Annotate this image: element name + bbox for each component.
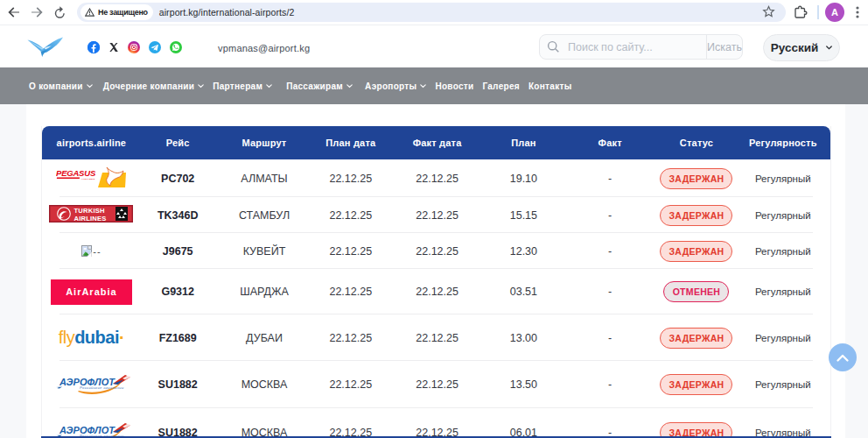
svg-text:AIRLINES: AIRLINES <box>74 214 107 222</box>
svg-text:PEGASUS: PEGASUS <box>56 168 96 178</box>
svg-text:Российские авиалинии: Российские авиалинии <box>80 385 124 390</box>
svg-text:AIRLINES: AIRLINES <box>81 178 95 180</box>
